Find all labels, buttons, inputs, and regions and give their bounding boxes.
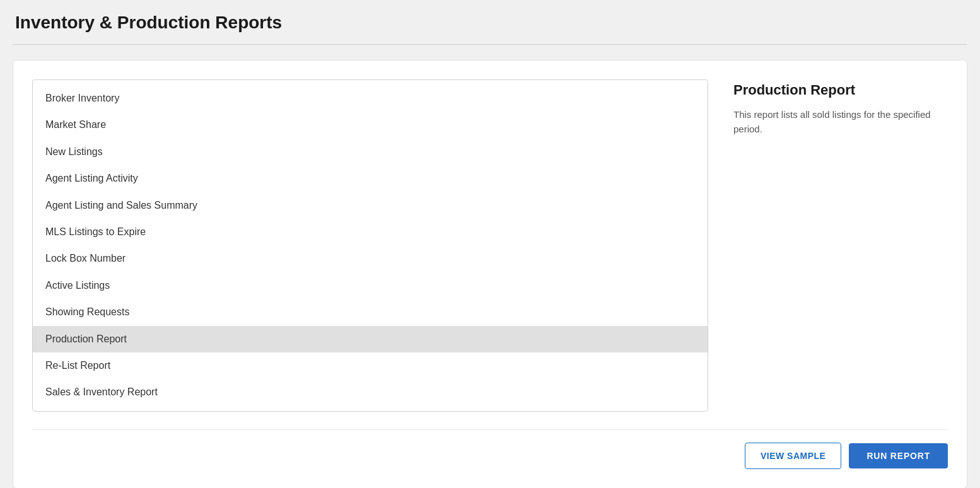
report-list-item-agent-listing-activity[interactable]: Agent Listing Activity (33, 165, 708, 192)
detail-panel: Production Report This report lists all … (733, 79, 948, 412)
report-list-item-market-share[interactable]: Market Share (33, 112, 708, 138)
report-list-item-agent-listing-sales-summary[interactable]: Agent Listing and Sales Summary (33, 192, 708, 219)
report-list-item-sales-inventory-report[interactable]: Sales & Inventory Report (33, 379, 708, 405)
section-divider (13, 44, 967, 45)
page-title: Inventory & Production Reports (13, 13, 967, 33)
footer-area: VIEW SAMPLE RUN REPORT (32, 429, 948, 469)
report-list-item-mls-listings-expire[interactable]: MLS Listings to Expire (33, 219, 708, 245)
report-list: Broker InventoryMarket ShareNew Listings… (33, 80, 708, 411)
content-area: Broker InventoryMarket ShareNew Listings… (32, 79, 948, 412)
report-list-item-production-report[interactable]: Production Report (33, 326, 708, 352)
run-report-button[interactable]: RUN REPORT (849, 443, 948, 468)
view-sample-button[interactable]: VIEW SAMPLE (745, 443, 842, 469)
page-wrapper: Inventory & Production Reports Broker In… (13, 13, 967, 488)
detail-title: Production Report (733, 82, 948, 98)
report-list-item-new-listings[interactable]: New Listings (33, 139, 708, 165)
report-list-item-broker-inventory[interactable]: Broker Inventory (33, 85, 708, 112)
detail-description: This report lists all sold listings for … (733, 107, 948, 137)
report-list-item-lock-box-number[interactable]: Lock Box Number (33, 245, 708, 272)
report-list-item-active-listings[interactable]: Active Listings (33, 272, 708, 299)
report-list-item-showing-requests[interactable]: Showing Requests (33, 299, 708, 325)
report-list-panel: Broker InventoryMarket ShareNew Listings… (32, 79, 708, 412)
report-list-item-re-list-report[interactable]: Re-List Report (33, 352, 708, 379)
main-card: Broker InventoryMarket ShareNew Listings… (13, 60, 967, 488)
